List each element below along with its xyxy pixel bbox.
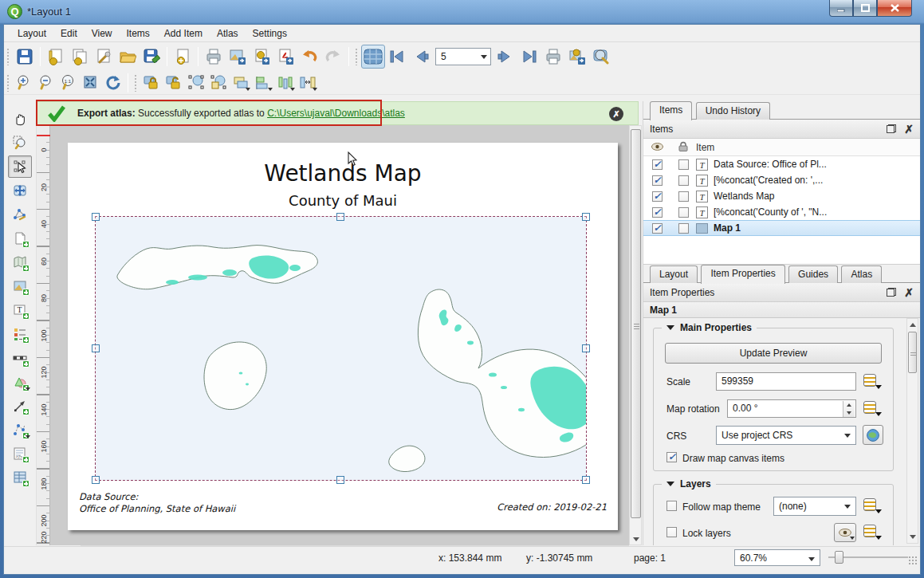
main-properties-title[interactable]: Main Properties (662, 322, 757, 333)
menu-edit[interactable]: Edit (53, 26, 85, 41)
window-resize-grip[interactable] (908, 556, 918, 565)
open-layout-button[interactable] (116, 45, 140, 69)
move-item-content-tool[interactable] (8, 179, 32, 202)
selection-handle[interactable] (582, 476, 590, 484)
close-button[interactable] (877, 0, 912, 17)
crs-select-button[interactable] (863, 425, 883, 445)
atlas-settings-button[interactable] (589, 45, 613, 69)
item-row-county-of[interactable]: T [%concat('County of ', "N... (643, 204, 920, 220)
close-panel-icon[interactable]: ✗ (904, 124, 914, 134)
menu-settings[interactable]: Settings (246, 26, 294, 41)
scale-input[interactable]: 599359 (716, 372, 856, 391)
float-panel-icon[interactable] (887, 288, 896, 297)
selection-handle[interactable] (92, 213, 100, 221)
refresh-button[interactable] (102, 73, 124, 93)
duplicate-layout-button[interactable] (68, 45, 92, 69)
atlas-previous-feature-button[interactable] (409, 45, 433, 69)
follow-map-theme-checkbox[interactable] (666, 501, 677, 511)
message-close-button[interactable]: ✗ (609, 107, 623, 121)
save-as-template-button[interactable] (140, 45, 163, 69)
export-image-button[interactable] (226, 45, 250, 69)
print-atlas-button[interactable] (541, 45, 565, 69)
add-arrow-tool[interactable] (8, 395, 32, 417)
toolbar-grip[interactable] (134, 74, 138, 92)
zoom-out-button[interactable] (35, 73, 57, 93)
zoom-slider[interactable] (828, 556, 908, 558)
add-attribute-table-tool[interactable] (8, 466, 32, 489)
item-row-data-source[interactable]: T Data Source: Office of Pl... (643, 156, 920, 172)
lock-layers-checkbox[interactable] (666, 527, 677, 537)
scroll-up-arrow[interactable] (910, 323, 916, 327)
layers-title[interactable]: Layers (662, 478, 716, 490)
tab-items[interactable]: Items (650, 101, 692, 120)
lock-items-button[interactable] (140, 73, 163, 93)
visibility-checkbox[interactable] (652, 207, 663, 218)
scrollbar-thumb[interactable] (908, 332, 917, 373)
toolbar-grip[interactable] (355, 48, 359, 65)
menu-layout[interactable]: Layout (10, 26, 53, 41)
export-pdf-button[interactable] (273, 45, 297, 69)
scroll-down-arrow[interactable] (910, 535, 916, 539)
select-move-item-tool[interactable] (8, 155, 32, 178)
canvas-vertical-scrollbar[interactable] (629, 125, 642, 545)
zoom-in-button[interactable] (13, 73, 35, 93)
layer-visibility-button[interactable] (834, 523, 856, 542)
preview-atlas-toggle[interactable] (361, 45, 385, 69)
add-map-tool[interactable] (8, 251, 32, 273)
zoom-full-button[interactable] (80, 73, 102, 93)
tab-atlas[interactable]: Atlas (841, 265, 882, 283)
map-theme-combo[interactable]: (none) (773, 497, 856, 516)
layout-manager-button[interactable] (92, 45, 116, 69)
lock-checkbox[interactable] (678, 191, 689, 202)
scrollbar-thumb[interactable] (631, 129, 641, 518)
save-project-button[interactable] (13, 45, 37, 69)
close-panel-icon[interactable]: ✗ (904, 288, 914, 297)
data-source-label[interactable]: Data Source: Office of Planning, State o… (79, 491, 235, 515)
unlock-items-button[interactable] (163, 73, 185, 93)
spinner-arrows[interactable] (843, 401, 855, 417)
lock-checkbox[interactable] (678, 223, 689, 234)
tab-guides[interactable]: Guides (788, 265, 838, 283)
created-on-label[interactable]: Created on: 2019-02-21 (497, 501, 607, 513)
export-svg-button[interactable] (250, 45, 273, 69)
map-subtitle-label[interactable]: County of Maui (68, 192, 618, 209)
edit-nodes-item-tool[interactable] (8, 203, 32, 226)
add-picture-tool[interactable] (8, 275, 32, 297)
selection-handle[interactable] (92, 476, 100, 484)
maximize-button[interactable] (853, 0, 877, 17)
resize-items-button[interactable] (297, 73, 319, 93)
zoom-level-combo[interactable]: 60.7% (734, 549, 820, 566)
map-item[interactable] (96, 217, 586, 480)
data-defined-theme-button[interactable] (863, 497, 882, 515)
properties-scrollbar[interactable] (906, 318, 918, 544)
layout-canvas[interactable]: Wetlands Map County of Maui (50, 125, 629, 545)
new-layout-button[interactable] (44, 45, 68, 69)
zoom-tool[interactable] (8, 132, 32, 154)
atlas-next-feature-button[interactable] (493, 45, 517, 69)
add-legend-tool[interactable] (8, 323, 32, 345)
toolbar-grip[interactable] (6, 48, 10, 65)
menu-items[interactable]: Items (120, 26, 157, 41)
update-preview-button[interactable]: Update Preview (665, 343, 882, 364)
lock-checkbox[interactable] (678, 175, 689, 186)
print-layout-button[interactable] (202, 45, 226, 69)
item-row-wetlands-map[interactable]: T Wetlands Map (643, 188, 920, 204)
data-defined-rotation-button[interactable] (863, 400, 882, 418)
scroll-down-arrow[interactable] (633, 537, 639, 541)
map-title-label[interactable]: Wetlands Map (68, 160, 618, 187)
distribute-items-button[interactable] (274, 73, 297, 93)
atlas-last-feature-button[interactable] (517, 45, 541, 69)
selection-handle[interactable] (92, 344, 100, 352)
export-atlas-button[interactable] (565, 45, 589, 69)
exported-path-link[interactable]: C:\Users\ujaval\Downloads\atlas (267, 108, 405, 119)
item-row-created-on[interactable]: T [%concat('Created on: ',... (643, 172, 920, 188)
zoom-slider-handle[interactable] (835, 551, 843, 564)
toolbar-grip[interactable] (6, 74, 10, 92)
tab-layout[interactable]: Layout (650, 265, 698, 283)
lock-checkbox[interactable] (678, 159, 689, 170)
visibility-checkbox[interactable] (652, 191, 663, 202)
draw-canvas-items-checkbox[interactable] (666, 452, 677, 462)
visibility-checkbox[interactable] (652, 159, 663, 170)
add-label-tool[interactable]: T (8, 299, 32, 321)
undo-button[interactable] (297, 45, 321, 69)
